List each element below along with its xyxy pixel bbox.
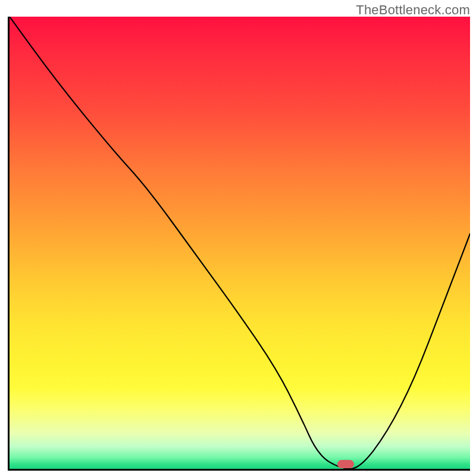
optimum-marker bbox=[337, 460, 354, 468]
bottleneck-curve bbox=[10, 17, 470, 469]
curve-path bbox=[10, 17, 470, 469]
watermark-text: TheBottleneck.com bbox=[356, 2, 470, 18]
plot-area bbox=[8, 17, 470, 471]
chart-container: TheBottleneck.com bbox=[0, 0, 476, 476]
